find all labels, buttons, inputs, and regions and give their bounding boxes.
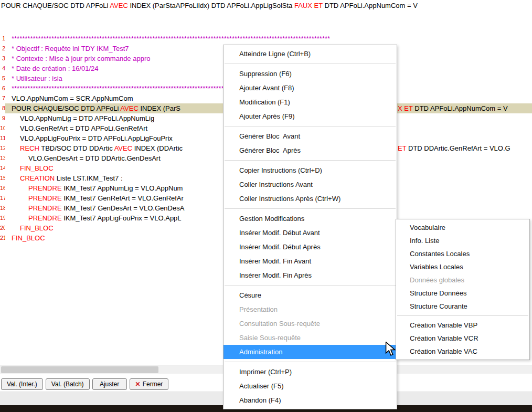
submenu-item-structure-donnees[interactable]: Structure Données: [396, 287, 529, 300]
code-token: PRENDRE: [28, 184, 62, 192]
code-token: X ET: [398, 104, 413, 112]
code-token: ET: [398, 144, 406, 152]
menu-item-inserer-modif-debut-apres[interactable]: Insérer Modif. Début Après: [224, 240, 397, 254]
line-number: 12: [0, 143, 5, 153]
line-right-fragment: X ET DTD APFoLi.AppNumCom = V: [398, 103, 508, 113]
menu-item-generer-bloc-avant[interactable]: Générer Bloc Avant: [224, 129, 397, 143]
code-token: IKM_Test7 GenRefArt = VLO.GenRefAr: [62, 194, 184, 202]
menu-separator: [397, 315, 528, 316]
scrollbar-thumb[interactable]: [1, 366, 158, 373]
menu-item-coller-instructions-avant[interactable]: Coller Instructions Avant: [224, 177, 397, 192]
menu-item-modification-f1[interactable]: Modification (F1): [224, 95, 397, 109]
menu-item-consultation-sous-requete: Consultation Sous-requête: [224, 316, 397, 331]
menu-item-generer-bloc-apres[interactable]: Générer Bloc Après: [224, 143, 397, 157]
code-token: * Date de création : 16/01/24: [12, 65, 99, 72]
menu-item-saisie-sous-requete: Saisie Sous-requête: [224, 331, 397, 345]
line-number: 2: [0, 44, 5, 54]
editor-line-1[interactable]: 1***************************************…: [0, 34, 532, 44]
menu-item-gestion-modifications[interactable]: Gestion Modifications: [224, 212, 397, 226]
code-token: DTD APFoLi.AppNumCom = V: [323, 2, 418, 9]
line-number: 15: [0, 173, 5, 183]
submenu-item-creation-variable-vac[interactable]: Création Variable VAC: [396, 345, 529, 358]
code-token: FIN_BLOC: [12, 234, 45, 242]
code-token: INDEX (ParS: [139, 104, 180, 112]
administration-submenu: VocabulaireInfo. ListeConstantes Locales…: [396, 219, 530, 360]
menu-item-imprimer-ctrl-p[interactable]: Imprimer (Ctrl+P): [224, 365, 397, 379]
code-token: INDEX (DDArtic: [132, 144, 183, 152]
code-token: IKM_Test7 GenDesArt = VLO.GenDesA: [62, 204, 185, 212]
menu-item-ajouter-avant-f8[interactable]: Ajouter Avant (F8): [224, 81, 397, 95]
code-token: Liste LST.IKM_Test7 :: [55, 174, 122, 182]
button-fermer[interactable]: ✕Fermer: [130, 378, 169, 390]
menu-separator: [225, 208, 396, 209]
line-number: 20: [0, 223, 5, 233]
code-token: PRENDRE: [28, 204, 62, 212]
line-number: 1: [0, 34, 5, 44]
context-menu: Atteindre Ligne (Ctrl+B)Suppression (F6)…: [223, 45, 397, 409]
code-token: TBD/SOC DTD DDArtic: [39, 144, 114, 152]
line-number: 18: [0, 203, 5, 213]
line-number: 7: [0, 93, 5, 103]
code-token: RECH: [20, 144, 39, 152]
button-label: Fermer: [143, 381, 163, 388]
submenu-item-donnees-globales: Données globales: [396, 273, 529, 287]
button-label: Ajuster: [100, 381, 119, 388]
menu-item-copier-instructions-ctrl-d[interactable]: Copier Instructions (Ctrl+D): [224, 163, 397, 177]
menu-item-ajouter-apres-f9[interactable]: Ajouter Après (F9): [224, 109, 397, 123]
code-token: PRENDRE: [28, 214, 62, 222]
menu-item-inserer-modif-fin-apres[interactable]: Insérer Modif. Fin Après: [224, 268, 397, 282]
code-token: CREATION: [20, 174, 55, 182]
menu-item-atteindre-ligne-ctrl-b[interactable]: Atteindre Ligne (Ctrl+B): [224, 47, 397, 61]
code-token: VLO.AppNumLig = DTD APFoLi.AppNumLig: [20, 114, 154, 122]
menu-item-presentation: Présentation: [224, 302, 397, 316]
code-token: ****************************************…: [12, 35, 330, 43]
code-token: INDEX (ParStaAPFoLiIdx) DTD APFoLi.AppLi…: [128, 2, 294, 9]
line-number: 10: [0, 123, 5, 133]
menu-item-inserer-modif-fin-avant[interactable]: Insérer Modif. Fin Avant: [224, 254, 397, 268]
button-label: Val. (Inter.): [7, 381, 37, 388]
button-ajuster[interactable]: Ajuster: [92, 378, 127, 390]
menu-separator: [225, 64, 396, 64]
submenu-item-info-liste[interactable]: Info. Liste: [396, 234, 529, 247]
line-number: 21: [0, 233, 5, 243]
menu-item-inserer-modif-debut-avant[interactable]: Insérer Modif. Début Avant: [224, 226, 397, 240]
menu-item-administration[interactable]: Administration: [224, 345, 397, 359]
submenu-item-structure-courante[interactable]: Structure Courante: [396, 300, 529, 313]
code-token: IKM_Test7 AppNumLig = VLO.AppNum: [62, 184, 183, 192]
code-token: AVEC: [114, 144, 132, 152]
action-button-bar: Val. (Inter.)Val. (Batch)Ajuster✕Fermer: [1, 378, 168, 390]
submenu-item-vocabulaire[interactable]: Vocabulaire: [396, 221, 529, 234]
close-x-icon: ✕: [135, 381, 141, 388]
menu-item-abandon-f4[interactable]: Abandon (F4): [224, 393, 397, 407]
submenu-item-constantes-locales[interactable]: Constantes Locales: [396, 247, 529, 260]
menu-separator: [225, 126, 396, 126]
query-editor-window: POUR CHAQUE/SOC DTD APFoLi AVEC INDEX (P…: [0, 0, 532, 412]
line-number: 11: [0, 133, 5, 143]
submenu-item-creation-variable-vbp[interactable]: Création Variable VBP: [396, 319, 529, 332]
line-number: 8: [0, 103, 5, 113]
line-number: 19: [0, 213, 5, 223]
code-token: DTD APFoLi.AppNumCom = V: [413, 104, 508, 112]
code-token: FIN_BLOC: [20, 164, 54, 172]
menu-item-actualiser-f5[interactable]: Actualiser (F5): [224, 379, 397, 393]
line-right-fragment: ET DTD DDArtic.GenRefArt = VLO.G: [398, 143, 510, 153]
code-token: FAUX ET: [294, 2, 323, 9]
menu-item-cesure[interactable]: Césure: [224, 288, 397, 302]
code-token: * Objectif : Requête ini TDY IKM_Test7: [12, 45, 129, 52]
submenu-item-variables-locales[interactable]: Variables Locales: [396, 260, 529, 273]
button-val-inter[interactable]: Val. (Inter.): [1, 378, 43, 390]
submenu-item-creation-variable-vcr[interactable]: Création Variable VCR: [396, 332, 529, 345]
line-number: 14: [0, 163, 5, 173]
button-val-batch[interactable]: Val. (Batch): [46, 378, 90, 390]
menu-item-coller-instructions-apres-ctrl-w[interactable]: Coller Instructions Après (Ctrl+W): [224, 192, 397, 206]
line-number: 3: [0, 54, 5, 64]
code-token: VLO.AppNumCom = SCR.AppNumCom: [12, 94, 133, 102]
line-number: 9: [0, 113, 5, 123]
code-token: * Contexte : Mise à jour prix commande a…: [12, 55, 150, 62]
mouse-cursor: [385, 342, 396, 356]
code-token: VLO.AppLigFouPrix = DTD APFoLi.AppLigFou…: [20, 134, 173, 142]
code-token: IKM_Test7 AppLigFouPrix = VLO.AppL: [62, 214, 182, 222]
code-token: AVEC: [110, 2, 127, 9]
menu-item-suppression-f6[interactable]: Suppression (F6): [224, 67, 397, 81]
code-token: FIN_BLOC: [20, 224, 54, 232]
